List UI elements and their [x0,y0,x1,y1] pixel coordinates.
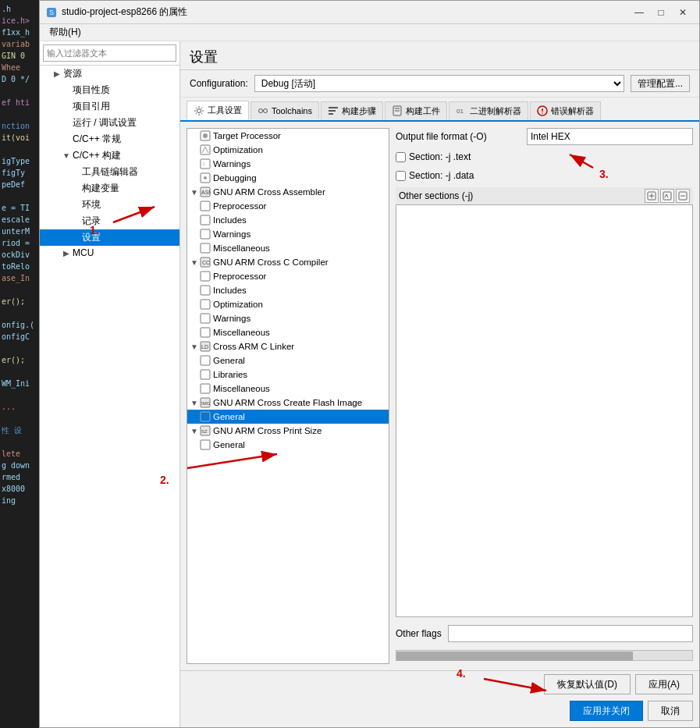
itree-cc-preprocessor-label: Preprocessor [213,272,266,281]
section-j-text-checkbox[interactable] [396,152,406,162]
svg-text:S: S [49,9,54,16]
code-background: .h ice.h> f1xx_h variab GIN 0 Whee D 0 *… [0,0,44,728]
tree-item-cpp-general[interactable]: ▶ C/C++ 常规 [40,131,179,147]
edit-section-button[interactable] [660,189,674,203]
delete-section-button[interactable] [676,189,690,203]
flash-general-icon [200,411,211,422]
apply-close-button[interactable]: 应用并关闭 [570,701,643,721]
tab-binary-parser[interactable]: 01 二进制解析器 [449,101,528,120]
output-format-row: Output file format (-O) Intel HEX [396,128,693,145]
cancel-button[interactable]: 取消 [648,701,693,721]
config-select[interactable]: Debug [活动] [254,75,624,92]
tree-item-env[interactable]: ▶ 环境 [40,197,179,213]
inner-tree-panel: ▼ Target Processor ▼ Optimization ▼ ! [187,128,389,664]
tree-item-build-vars[interactable]: ▶ 构建变量 [40,180,179,197]
cc-warnings-icon [200,313,211,324]
itree-print-size-general[interactable]: General [187,438,389,452]
close-button[interactable]: ✕ [673,5,693,20]
itree-cc-includes[interactable]: Includes [187,283,389,297]
tab-error-parser[interactable]: 错误解析器 [530,101,601,120]
itree-gnu-arm-c-compiler[interactable]: ▼ CC GNU ARM Cross C Compiler [187,255,389,269]
section-j-text-row: Section: -j .text [396,150,693,164]
itree-cc-optimization[interactable]: Optimization [187,297,389,311]
itree-asm-misc[interactable]: Miscellaneous [187,241,389,255]
tree-item-proj-quality[interactable]: ▶ 项目性质 [40,82,179,98]
tree-item-cpp-build[interactable]: ▼ C/C++ 构建 [40,147,179,164]
svg-text:LD: LD [201,344,208,350]
c-compiler-icon: CC [200,257,211,268]
itree-gnu-arm-flash-image[interactable]: ▼ IMG GNU ARM Cross Create Flash Image [187,396,389,410]
section-j-data-label: Section: -j .data [409,170,474,181]
add-section-button[interactable] [645,189,659,203]
itree-debugging[interactable]: ▼ Debugging [187,171,389,185]
horizontal-scrollbar[interactable] [396,650,693,661]
itree-gnu-arm-c-compiler-label: GNU ARM Cross C Compiler [213,257,329,267]
tab-toolchains-label: Toolchains [272,106,312,115]
cpp-build-arrow: ▼ [62,151,71,161]
cpp-build-label: C/C++ 构建 [73,149,121,162]
itree-cc-warnings[interactable]: Warnings [187,311,389,325]
itree-linker-misc[interactable]: Miscellaneous [187,382,389,396]
itree-target-processor[interactable]: ▼ Target Processor [187,129,389,143]
tab-toolchains[interactable]: Toolchains [251,101,319,119]
filter-input[interactable] [43,44,176,62]
steps-icon [328,105,339,116]
tree-item-settings[interactable]: ▶ 设置 [40,229,179,246]
itree-linker-libraries[interactable]: Libraries [187,368,389,382]
tab-build-artifact[interactable]: 构建工件 [385,101,447,120]
target-processor-icon [200,130,211,141]
itree-gnu-arm-assembler[interactable]: ▼ ASM GNU ARM Cross Assembler [187,185,389,199]
mcu-label: MCU [73,247,94,258]
svg-rect-43 [201,412,210,421]
itree-cross-arm-linker[interactable]: ▼ LD Cross ARM C Linker [187,339,389,353]
itree-linker-misc-label: Miscellaneous [213,384,270,393]
manage-config-button[interactable]: 管理配置... [631,75,690,92]
other-flags-input[interactable] [448,625,693,642]
svg-text:01: 01 [457,108,464,115]
asm-preprocessor-icon [200,201,211,211]
edit-icon [663,191,672,201]
itree-flash-general-label: General [213,412,245,421]
minimize-button[interactable]: — [629,5,649,20]
tree-item-toolchain-editor[interactable]: ▶ 工具链编辑器 [40,164,179,180]
menu-item-help[interactable]: 帮助(H) [43,24,87,41]
log-label: 记录 [82,215,101,228]
itree-cc-misc[interactable]: Miscellaneous [187,325,389,339]
tab-tool-settings[interactable]: 工具设置 [187,101,249,120]
svg-rect-46 [201,440,210,449]
section-j-data-checkbox[interactable] [396,171,406,181]
itree-linker-libraries-label: Libraries [213,370,247,379]
tree-item-log[interactable]: ▶ 记录 [40,213,179,229]
itree-asm-warnings[interactable]: Warnings [187,227,389,241]
warnings-icon: ! [200,158,211,169]
mcu-arrow: ▶ [62,248,71,257]
itree-linker-general-label: General [213,356,245,365]
tree-item-resources[interactable]: ▶ 资源 [40,66,179,82]
cpp-general-label: C/C++ 常规 [73,133,121,146]
delete-icon [678,191,688,201]
itree-flash-general[interactable]: General [187,410,389,424]
itree-linker-general[interactable]: General [187,353,389,368]
itree-optimization[interactable]: ▼ Optimization [187,143,389,157]
itree-warnings-top[interactable]: ▼ ! Warnings [187,157,389,171]
itree-asm-includes[interactable]: Includes [187,213,389,227]
output-format-text: Intel HEX [531,131,570,142]
chain-icon [258,105,268,116]
settings-title: 设置 [180,41,699,70]
svg-text:SZ: SZ [201,429,208,434]
resources-arrow: ▶ [52,69,62,79]
tab-build-steps[interactable]: 构建步骤 [321,101,383,120]
tree-item-run-debug[interactable]: ▶ 运行 / 调试设置 [40,115,179,131]
tree-item-mcu[interactable]: ▶ MCU [40,246,179,260]
apply-button[interactable]: 应用(A) [635,674,693,694]
itree-warnings-top-label: Warnings [213,159,251,169]
svg-rect-33 [201,300,210,309]
itree-asm-preprocessor[interactable]: Preprocessor [187,199,389,213]
tree-item-proj-ref[interactable]: ▶ 项目引用 [40,98,179,115]
svg-point-22 [204,176,207,179]
restore-defaults-button[interactable]: 恢复默认值(D) [544,674,631,694]
itree-gnu-arm-print-size[interactable]: ▼ SZ GNU ARM Cross Print Size [187,424,389,438]
maximize-button[interactable]: □ [651,5,671,20]
itree-cc-preprocessor[interactable]: Preprocessor [187,269,389,283]
scrollbar-thumb [396,652,633,661]
